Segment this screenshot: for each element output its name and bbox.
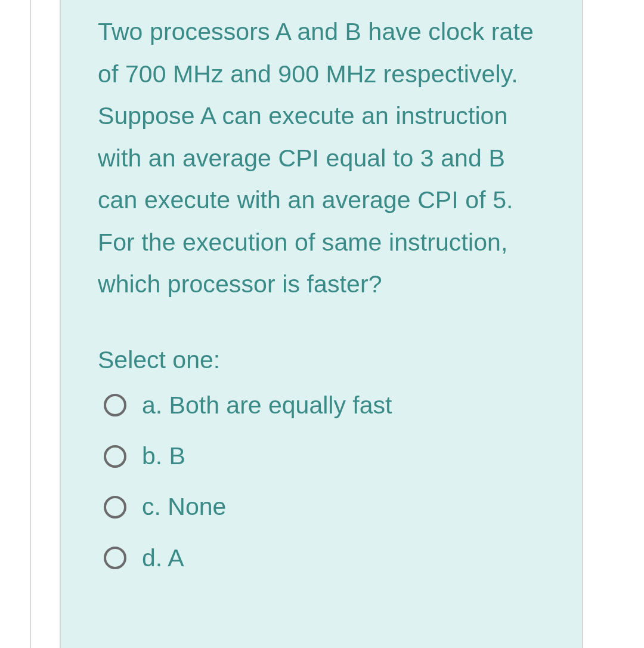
option-d[interactable]: d. A [104,541,546,575]
option-letter: c. [142,493,161,520]
option-text: None [168,493,226,520]
radio-icon[interactable] [104,496,126,519]
option-text: B [169,442,185,470]
option-text: Both are equally fast [169,391,392,419]
radio-icon[interactable] [104,394,126,416]
option-a[interactable]: a. Both are equally fast [104,388,546,422]
radio-icon[interactable] [104,547,126,569]
option-b[interactable]: b. B [104,439,546,473]
option-label: b. B [142,439,185,473]
option-label: a. Both are equally fast [142,388,392,422]
option-letter: b. [142,442,162,470]
option-letter: d. [142,544,162,572]
option-label: c. None [142,490,226,524]
option-label: d. A [142,541,184,575]
radio-icon[interactable] [104,445,126,468]
option-text: A [168,544,184,572]
question-card: Two processors A and B have clock rate o… [60,0,583,648]
options-group: a. Both are equally fast b. B c. None d.… [98,388,546,576]
option-c[interactable]: c. None [104,490,546,524]
select-one-prompt: Select one: [98,346,546,374]
question-text: Two processors A and B have clock rate o… [98,11,546,306]
option-letter: a. [142,391,162,419]
vertical-rule [30,0,31,648]
